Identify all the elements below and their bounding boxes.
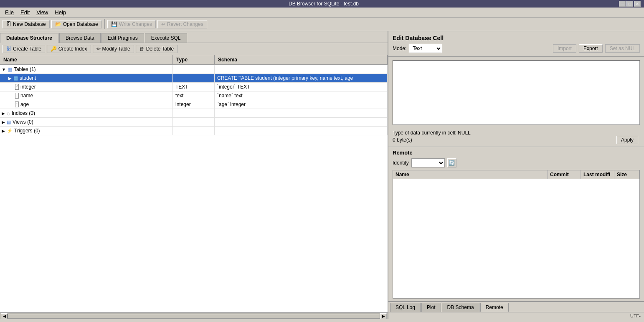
tab-database-structure[interactable]: Database Structure <box>0 33 58 43</box>
title-bar-controls: ─ □ ✕ <box>619 1 641 7</box>
bottom-tab-db-schema[interactable]: DB Schema <box>442 303 479 312</box>
status-bar: UTF- <box>388 312 644 319</box>
tab-edit-pragmas[interactable]: Edit Pragmas <box>101 33 144 43</box>
tree-cell-tables-schema <box>215 65 388 74</box>
tree-row-tables[interactable]: ▼ ▦ Tables (1) <box>0 65 388 74</box>
scroll-track[interactable] <box>8 314 380 319</box>
tree-cell-tables-type <box>173 65 215 74</box>
tree-cell-views-name: ▶ ▤ Views (0) <box>0 118 173 126</box>
tree-row-integer[interactable]: f integer TEXT `integer` TEXT <box>0 83 388 91</box>
header-schema: Schema <box>215 55 388 64</box>
remote-table-header: Name Commit Last modifi Size <box>393 170 639 179</box>
bottom-tab-plot[interactable]: Plot <box>421 303 441 312</box>
tree-cell-age-type: integer <box>173 100 215 109</box>
remote-header-commit: Commit <box>548 170 581 179</box>
tree-cell-integer-name: f integer <box>0 83 173 91</box>
horizontal-scrollbar[interactable]: ◀ ▶ <box>0 312 388 319</box>
minimize-button[interactable]: ─ <box>619 1 626 7</box>
bottom-tab-remote[interactable]: Remote <box>480 303 509 312</box>
mode-select[interactable]: Text Binary Null <box>409 44 442 53</box>
remote-header-name: Name <box>393 170 548 179</box>
tree-row-student[interactable]: ▶ ▦ student CREATE TABLE student (intege… <box>0 74 388 83</box>
tree-cell-views-schema <box>215 118 388 126</box>
mode-label: Mode: <box>393 46 406 51</box>
maximize-button[interactable]: □ <box>626 1 633 7</box>
new-db-icon: 🗄 <box>6 21 11 27</box>
modify-table-button[interactable]: ✏ Modify Table <box>93 45 134 53</box>
bottom-tab-sql-log[interactable]: SQL Log <box>390 303 421 312</box>
menu-file[interactable]: File <box>2 8 17 16</box>
tree-row-age[interactable]: f age integer `age` integer <box>0 100 388 109</box>
student-table-icon: ▦ <box>13 75 18 81</box>
revert-changes-button[interactable]: ↩ Revert Changes <box>157 20 207 28</box>
tree-cell-name-type: text <box>173 91 215 100</box>
tree-table-header: Name Type Schema <box>0 55 388 65</box>
arrow-triggers: ▶ <box>2 129 5 133</box>
right-panel: Edit Database Cell Mode: Text Binary Nul… <box>388 31 644 319</box>
delete-table-button[interactable]: 🗑 Delete Table <box>136 45 178 53</box>
delete-table-icon: 🗑 <box>139 46 145 52</box>
tab-bar: Database Structure Browse Data Edit Prag… <box>0 31 388 43</box>
remote-table: Name Commit Last modifi Size <box>393 170 640 299</box>
tree-row-triggers[interactable]: ▶ ⚡ Triggers (0) <box>0 127 388 135</box>
tree-cell-student-schema: CREATE TABLE student (integer primary ke… <box>215 74 388 82</box>
revert-changes-icon: ↩ <box>161 21 165 27</box>
views-icon: ▤ <box>7 119 11 125</box>
tree-cell-indices-name: ▶ ◇ Indices (0) <box>0 109 173 117</box>
identity-select[interactable] <box>411 158 445 167</box>
menu-help[interactable]: Help <box>51 8 69 16</box>
create-index-icon: 🔑 <box>51 46 57 52</box>
scroll-right-button[interactable]: ▶ <box>380 313 387 319</box>
encoding-status: UTF- <box>630 313 641 318</box>
bottom-tabs: SQL Log Plot DB Schema Remote <box>388 301 644 312</box>
tree-cell-triggers-schema <box>215 127 388 135</box>
tree-row-indices[interactable]: ▶ ◇ Indices (0) <box>0 109 388 118</box>
triggers-icon: ⚡ <box>7 128 13 134</box>
apply-button[interactable]: Apply <box>616 136 638 144</box>
remote-title: Remote <box>393 150 640 156</box>
import-button[interactable]: Import <box>553 44 576 53</box>
field-name-icon: f <box>15 93 19 99</box>
export-button[interactable]: Export <box>579 44 603 53</box>
remote-header-size: Size <box>614 170 639 179</box>
title-bar: DB Browser for SQLite - test.db ─ □ ✕ <box>0 0 644 8</box>
remote-header-modified: Last modifi <box>581 170 614 179</box>
table-group-icon: ▦ <box>8 66 12 72</box>
data-size-label: 0 byte(s) <box>393 137 412 143</box>
arrow-tables: ▼ <box>2 67 6 72</box>
create-table-button[interactable]: 🗄 Create Table <box>3 45 45 53</box>
cell-editor[interactable] <box>393 60 640 125</box>
arrow-indices: ▶ <box>2 111 5 116</box>
menu-view[interactable]: View <box>33 8 51 16</box>
main-layout: Database Structure Browse Data Edit Prag… <box>0 31 644 319</box>
tree-cell-student-name: ▶ ▦ student <box>0 74 173 82</box>
tab-browse-data[interactable]: Browse Data <box>59 33 101 43</box>
tree-cell-integer-type: TEXT <box>173 83 215 91</box>
tree-cell-age-schema: `age` integer <box>215 100 388 109</box>
write-changes-button[interactable]: 💾 Write Changes <box>107 20 156 28</box>
open-database-button[interactable]: 📂 Open Database <box>51 20 102 28</box>
tree-row-name[interactable]: f name text `name` text <box>0 91 388 100</box>
data-type-label: Type of data currently in cell: NULL <box>393 130 640 136</box>
refresh-button[interactable]: 🔄 <box>447 158 456 167</box>
menu-edit[interactable]: Edit <box>17 8 33 16</box>
create-index-button[interactable]: 🔑 Create Index <box>47 45 91 53</box>
write-changes-icon: 💾 <box>111 21 117 27</box>
tab-execute-sql[interactable]: Execute SQL <box>145 33 187 43</box>
set-null-button[interactable]: Set as NUL <box>605 44 640 53</box>
scroll-left-button[interactable]: ◀ <box>1 313 8 319</box>
close-button[interactable]: ✕ <box>634 1 641 7</box>
tree-cell-student-type <box>173 74 215 82</box>
edit-cell-title: Edit Database Cell <box>393 35 640 41</box>
open-db-icon: 📂 <box>55 21 61 27</box>
tree-cell-name-schema: `name` text <box>215 91 388 100</box>
tree-row-views[interactable]: ▶ ▤ Views (0) <box>0 118 388 127</box>
edit-cell-section: Edit Database Cell Mode: Text Binary Nul… <box>388 31 644 57</box>
tree-cell-triggers-name: ▶ ⚡ Triggers (0) <box>0 127 173 135</box>
tree-cell-tables-name: ▼ ▦ Tables (1) <box>0 65 173 74</box>
new-database-button[interactable]: 🗄 New Database <box>3 20 50 28</box>
tree-cell-integer-schema: `integer` TEXT <box>215 83 388 91</box>
action-toolbar: 🗄 Create Table 🔑 Create Index ✏ Modify T… <box>0 43 388 55</box>
menu-bar: File Edit View Help <box>0 8 644 18</box>
tree-cell-name-name: f name <box>0 91 173 100</box>
